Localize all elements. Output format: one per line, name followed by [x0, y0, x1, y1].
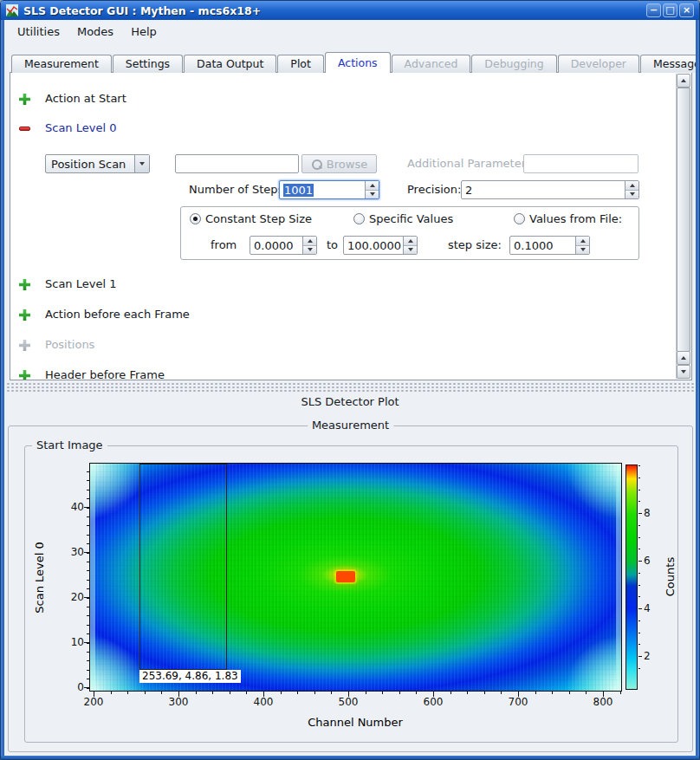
- colorbar: [625, 464, 638, 690]
- step-up-button[interactable]: [576, 237, 589, 245]
- tab-developer: Developer: [558, 55, 639, 73]
- scrollbar-thumb[interactable]: [677, 88, 690, 352]
- colorbar-tick-label: 6: [644, 555, 661, 567]
- values-from-file-label[interactable]: Values from File:: [529, 213, 622, 225]
- step-up-button[interactable]: [303, 237, 316, 245]
- arrow-down-icon: [681, 370, 686, 374]
- x-tick-label: 200: [76, 696, 111, 708]
- tab-plot[interactable]: Plot: [277, 55, 324, 73]
- x-tick-label: 800: [586, 696, 620, 708]
- tab-bar: Measurement Settings Data Output Plot Ac…: [11, 52, 700, 73]
- tab-advanced: Advanced: [392, 55, 471, 73]
- combo-dropdown-button[interactable]: [134, 155, 149, 172]
- colorbar-tick-label: 4: [644, 602, 661, 614]
- step-size-label: step size:: [448, 239, 502, 251]
- specific-values-radio[interactable]: [353, 213, 365, 224]
- x-tick-label: 300: [161, 696, 196, 708]
- collapse-icon[interactable]: [19, 127, 30, 131]
- splitter-handle[interactable]: [5, 383, 695, 393]
- from-value: 0.0000: [254, 238, 294, 253]
- expand-icon[interactable]: [19, 370, 30, 380]
- tab-measurement[interactable]: Measurement: [11, 55, 112, 73]
- values-from-file-radio[interactable]: [514, 213, 525, 224]
- additional-parameter-label: Additional Parameter:: [407, 158, 529, 170]
- step-down-button[interactable]: [625, 190, 638, 199]
- expand-icon[interactable]: [19, 94, 30, 105]
- step-down-button[interactable]: [576, 245, 589, 255]
- scroll-up-button-bottom[interactable]: [677, 351, 690, 365]
- menu-bar: Utilities Modes Help: [6, 20, 694, 42]
- to-value: 100.0000: [347, 238, 401, 253]
- from-stepper[interactable]: 0.0000: [250, 236, 317, 255]
- additional-parameter-input: [523, 154, 638, 173]
- browse-button: Browse: [301, 154, 377, 173]
- window-border-bottom: [1, 756, 699, 759]
- constant-step-size-label[interactable]: Constant Step Size: [205, 213, 312, 225]
- y-tick-label: 0: [62, 681, 84, 693]
- step-down-button[interactable]: [366, 190, 379, 199]
- scroll-up-button[interactable]: [677, 74, 690, 88]
- y-axis-title: Scan Level 0: [33, 522, 46, 634]
- action-at-start-button[interactable]: Action at Start: [45, 93, 126, 105]
- maximize-button[interactable]: □: [663, 3, 677, 17]
- menu-utilities[interactable]: Utilities: [10, 23, 68, 41]
- step-size-stepper[interactable]: 0.1000: [509, 236, 590, 255]
- step-up-button[interactable]: [404, 237, 417, 245]
- menu-help[interactable]: Help: [123, 23, 165, 41]
- cursor-readout: 253.69, 4.86, 1.83: [139, 670, 241, 683]
- arrow-down-icon: [370, 192, 375, 196]
- step-size-value: 0.1000: [514, 238, 554, 253]
- step-down-button[interactable]: [303, 245, 316, 255]
- scan-level-0-button[interactable]: Scan Level 0: [45, 122, 116, 134]
- actions-scrollbar[interactable]: [676, 74, 690, 379]
- stepper-buttons[interactable]: [575, 237, 589, 254]
- constant-step-size-radio[interactable]: [190, 213, 201, 224]
- title-bar[interactable]: SLS Detector GUI : Mythen - mcs6x18+ − □…: [1, 1, 699, 20]
- scan-mode-select[interactable]: Position Scan: [45, 154, 150, 173]
- stepper-buttons[interactable]: [403, 237, 417, 254]
- specific-values-label[interactable]: Specific Values: [369, 213, 453, 225]
- to-label: to: [327, 239, 338, 251]
- tab-settings[interactable]: Settings: [113, 55, 183, 73]
- step-up-button[interactable]: [366, 181, 379, 190]
- scroll-down-button[interactable]: [677, 365, 690, 379]
- arrow-up-icon: [370, 184, 375, 187]
- precision-label: Precision:: [407, 184, 461, 196]
- precision-stepper[interactable]: 2: [461, 180, 639, 199]
- stepper-buttons[interactable]: [302, 237, 316, 254]
- stepper-buttons[interactable]: [365, 181, 379, 198]
- arrow-up-icon: [308, 239, 313, 243]
- arrow-up-icon: [681, 356, 686, 360]
- plot-dock-title: SLS Detector Plot: [1, 395, 699, 408]
- minimize-button[interactable]: −: [646, 3, 661, 17]
- expand-icon[interactable]: [19, 309, 30, 321]
- step-down-button[interactable]: [404, 245, 417, 255]
- tab-actions[interactable]: Actions: [325, 52, 391, 73]
- scan-level-1-button[interactable]: Scan Level 1: [45, 278, 116, 290]
- expand-icon[interactable]: [19, 279, 30, 290]
- number-of-steps-stepper[interactable]: 1001: [279, 180, 379, 199]
- action-before-each-frame-button[interactable]: Action before each Frame: [45, 309, 190, 321]
- tab-debugging: Debugging: [471, 55, 556, 73]
- y-tick-label: 30: [62, 546, 84, 558]
- window-title: SLS Detector GUI : Mythen - mcs6x18+: [23, 4, 645, 17]
- expand-icon-disabled: [19, 340, 30, 351]
- script-file-input[interactable]: [175, 154, 299, 173]
- x-tick-label: 600: [416, 696, 450, 708]
- tab-data-output[interactable]: Data Output: [184, 55, 276, 73]
- arrow-up-icon: [408, 239, 413, 243]
- start-image-group-title: Start Image: [32, 438, 107, 452]
- arrow-up-icon: [630, 184, 635, 187]
- app-window: SLS Detector GUI : Mythen - mcs6x18+ − □…: [0, 0, 700, 760]
- menu-modes[interactable]: Modes: [69, 23, 121, 41]
- precision-value: 2: [465, 183, 472, 198]
- tab-messages[interactable]: Messages: [640, 55, 700, 73]
- heatmap-canvas[interactable]: 253.69, 4.86, 1.83: [89, 463, 622, 692]
- stepper-buttons[interactable]: [625, 181, 638, 198]
- to-stepper[interactable]: 100.0000: [343, 236, 418, 255]
- y-tick-label: 20: [62, 591, 84, 603]
- step-size-group: Constant Step Size Specific Values Value…: [180, 206, 639, 260]
- step-up-button[interactable]: [625, 181, 638, 190]
- header-before-frame-button[interactable]: Header before Frame: [45, 369, 165, 380]
- close-button[interactable]: ×: [679, 3, 694, 17]
